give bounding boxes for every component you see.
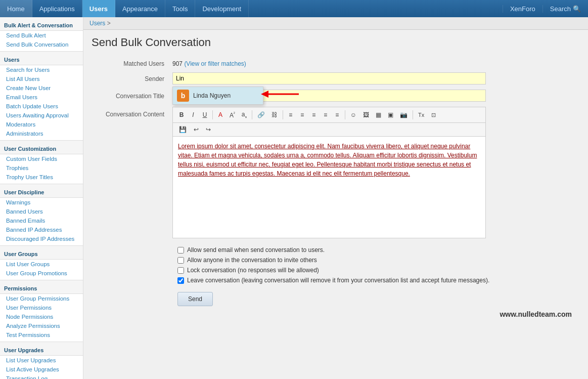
toolbar-list-unordered[interactable]: ≡: [297, 110, 308, 120]
option-row-2: Allow anyone in the conversation to invi…: [177, 257, 580, 264]
editor-container-field: B I U A A² a₂ 🔗 ⛓ ≡ ≡: [172, 107, 486, 238]
sidebar-link-trophy-titles[interactable]: Trophy User Titles: [0, 173, 83, 182]
sidebar-link-warnings[interactable]: Warnings: [0, 198, 83, 207]
breadcrumb-users-link[interactable]: Users: [89, 20, 105, 27]
sidebar-link-trophies[interactable]: Trophies: [0, 163, 83, 173]
option-invite-checkbox[interactable]: [177, 257, 184, 264]
sidebar-link-search-users[interactable]: Search for Users: [0, 65, 83, 74]
sidebar-link-group-promotions[interactable]: User Group Promotions: [0, 269, 83, 278]
sidebar-link-email-users[interactable]: Email Users: [0, 93, 83, 102]
toolbar-sep3: [283, 110, 283, 119]
sidebar-section-customization: User Customization: [0, 140, 83, 154]
sidebar-link-send-bulk-conversation[interactable]: Send Bulk Conversation: [0, 40, 83, 49]
autocomplete-dropdown: b Linda Nguyen: [172, 87, 263, 105]
option-email-label: Allow send email when send conversation …: [187, 246, 325, 254]
toolbar-bold[interactable]: B: [176, 110, 187, 120]
option-leave-checkbox[interactable]: [177, 277, 184, 284]
sidebar-link-create-new-user[interactable]: Create New User: [0, 83, 83, 93]
sidebar-link-moderators[interactable]: Moderators: [0, 120, 83, 129]
nav-home[interactable]: Home: [0, 0, 32, 17]
toolbar-undo[interactable]: ↩: [191, 124, 202, 135]
matched-users-filter-link[interactable]: (View or filter matches): [184, 60, 246, 67]
nav-users[interactable]: Users: [82, 0, 115, 17]
sidebar-section-groups: User Groups: [0, 245, 83, 260]
toolbar-italic[interactable]: I: [188, 110, 199, 120]
toolbar-redo[interactable]: ↪: [203, 124, 214, 135]
sidebar-link-banned-ips[interactable]: Banned IP Addresses: [0, 225, 83, 234]
toolbar-image[interactable]: 🖼: [360, 110, 372, 120]
sender-input[interactable]: [172, 72, 486, 85]
editor-container: B I U A A² a₂ 🔗 ⛓ ≡ ≡: [172, 107, 486, 238]
sidebar-link-user-permissions[interactable]: User Permissions: [0, 303, 83, 312]
sidebar-link-awaiting-approval[interactable]: Users Awaiting Approval: [0, 111, 83, 120]
option-row-4: Leave conversation (leaving conversation…: [177, 277, 580, 284]
option-lock-checkbox[interactable]: [177, 267, 184, 274]
toolbar-link[interactable]: 🔗: [254, 110, 268, 120]
sidebar-link-list-all-users[interactable]: List All Users: [0, 74, 83, 83]
toolbar-sep5: [413, 110, 413, 119]
toolbar-remove-format[interactable]: Tx: [415, 110, 427, 119]
main-content: Users > Send Bulk Conversation Matched U…: [83, 17, 588, 379]
sidebar-link-discouraged-ips[interactable]: Discouraged IP Addresses: [0, 234, 83, 243]
toolbar-list-ordered[interactable]: ≡: [308, 110, 320, 120]
toolbar-unlink[interactable]: ⛓: [268, 110, 281, 120]
nav-search[interactable]: Search 🔍: [542, 5, 588, 13]
toolbar-align-left[interactable]: ≡: [285, 110, 296, 120]
nav-development[interactable]: Development: [195, 0, 249, 17]
toolbar-save[interactable]: 💾: [176, 124, 190, 135]
sidebar-section-users: Users: [0, 51, 83, 65]
sidebar-link-transaction-log[interactable]: Transaction Log: [0, 374, 83, 379]
toolbar-underline[interactable]: U: [199, 110, 210, 120]
toolbar-indent[interactable]: ≡: [320, 110, 331, 120]
sidebar-link-send-bulk-alert[interactable]: Send Bulk Alert: [0, 31, 83, 40]
sender-field-container: b Linda Nguyen: [172, 72, 486, 85]
toolbar-font-color[interactable]: A: [215, 110, 226, 120]
autocomplete-avatar: b: [177, 90, 189, 102]
sidebar-link-test-permissions[interactable]: Test Permissions: [0, 330, 83, 340]
sidebar-link-banned-emails[interactable]: Banned Emails: [0, 216, 83, 225]
sidebar-link-list-groups[interactable]: List User Groups: [0, 260, 83, 269]
option-leave-label: Leave conversation (leaving conversation…: [187, 277, 489, 284]
nav-xenforo[interactable]: XenForo: [503, 5, 542, 13]
toolbar-sep1: [212, 110, 213, 119]
toolbar-superscript[interactable]: A²: [227, 110, 238, 120]
breadcrumb: Users >: [83, 17, 588, 30]
watermark: www.nulledteam.com: [92, 306, 580, 320]
autocomplete-item-name: Linda Nguyen: [193, 92, 231, 99]
toolbar-subscript[interactable]: a₂: [239, 109, 250, 120]
sidebar-link-banned-users[interactable]: Banned Users: [0, 207, 83, 216]
sidebar-link-node-permissions[interactable]: Node Permissions: [0, 312, 83, 321]
conversation-content-row: Conversation Content B I U A A² a₂: [92, 107, 580, 238]
editor-toolbar-row1: B I U A A² a₂ 🔗 ⛓ ≡ ≡: [173, 107, 485, 123]
send-button[interactable]: Send: [177, 292, 213, 306]
search-icon: 🔍: [573, 5, 581, 13]
editor-body[interactable]: Lorem ipsum dolor sit amet, consectetur …: [173, 137, 485, 238]
sidebar-link-list-upgrades[interactable]: List User Upgrades: [0, 356, 83, 365]
sidebar-link-custom-fields[interactable]: Custom User Fields: [0, 154, 83, 163]
option-row-1: Allow send email when send conversation …: [177, 246, 580, 254]
sidebar-link-analyze-permissions[interactable]: Analyze Permissions: [0, 321, 83, 330]
sidebar-section-bulk: Bulk Alert & Conversation: [0, 17, 83, 31]
toolbar-emoji[interactable]: ☺: [347, 110, 359, 120]
toolbar-sep2: [252, 110, 252, 119]
toolbar-media[interactable]: ▦: [373, 110, 384, 120]
toolbar-source[interactable]: ⊡: [428, 110, 439, 120]
nav-tools[interactable]: Tools: [165, 0, 195, 17]
sidebar-link-batch-update[interactable]: Batch Update Users: [0, 102, 83, 111]
toolbar-camera[interactable]: 📷: [397, 110, 411, 120]
conversation-content-label: Conversation Content: [92, 107, 172, 118]
breadcrumb-separator: >: [107, 20, 111, 27]
sidebar-section-permissions: Permissions: [0, 280, 83, 294]
toolbar-sep4: [345, 110, 345, 119]
toolbar-table[interactable]: ▣: [385, 110, 396, 120]
nav-appearance[interactable]: Appearance: [115, 0, 165, 17]
autocomplete-item-linda[interactable]: b Linda Nguyen: [173, 87, 263, 104]
option-email-checkbox[interactable]: [177, 247, 184, 254]
nav-applications[interactable]: Applications: [32, 0, 82, 17]
sidebar-link-group-permissions[interactable]: User Group Permissions: [0, 294, 83, 303]
sidebar-link-administrators[interactable]: Administrators: [0, 129, 83, 138]
sidebar-section-discipline: User Discipline: [0, 184, 83, 198]
sidebar-link-active-upgrades[interactable]: List Active Upgrades: [0, 365, 83, 374]
send-section: Send: [92, 292, 580, 306]
toolbar-outdent[interactable]: ≡: [332, 110, 343, 120]
